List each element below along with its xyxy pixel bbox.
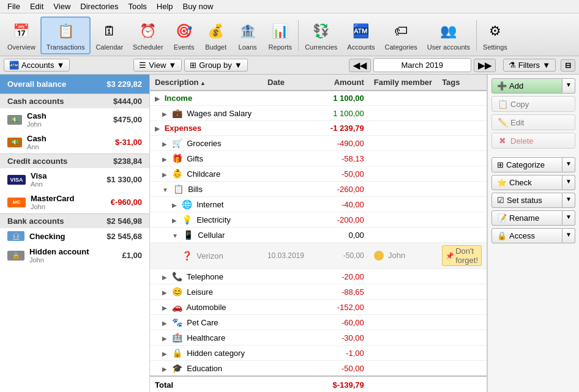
next-month-btn[interactable]: ▶▶ [474,59,496,72]
table-row[interactable]: ▶ 💼 Wages and Salary 1 100,00 [150,106,487,121]
menubar: File Edit View Directories Tools Help Bu… [0,0,579,13]
toolbar-settings[interactable]: ⚙ Settings [478,18,512,53]
accounts-dropdown-label: Accounts [21,61,54,70]
groupby-label: Group by [199,61,231,70]
toolbar-separator2 [476,20,477,51]
panel-toggle-btn[interactable]: ⊟ [561,59,575,72]
menu-view[interactable]: View [48,1,75,12]
separator [491,151,575,155]
accounts-dropdown[interactable]: 🏧 Accounts ▼ [4,59,70,72]
toolbar-events[interactable]: 🎯 Events [168,18,200,53]
edit-button[interactable]: ✏️ Edit [491,114,575,130]
menu-file[interactable]: File [2,1,25,12]
filters-btn[interactable]: ⚗ Filters ▼ [503,59,556,72]
menu-buynow[interactable]: Buy now [178,1,219,12]
col-amount[interactable]: Amount [316,75,369,91]
events-icon: 🎯 [173,20,195,42]
table-row[interactable]: ▶ 👶 Childcare -50,00 [150,166,487,182]
groupby-btn[interactable]: ⊞ Group by ▼ [184,59,247,72]
toolbar-budget[interactable]: 💰 Budget [200,18,232,53]
account-visa-ann[interactable]: VISA Visa Ann $1 330,00 [0,168,149,191]
table-row[interactable]: ▼ 📱 Cellular 0,00 [150,227,487,243]
rename-button[interactable]: 📝 Rename [491,210,562,226]
categorize-button[interactable]: ⊞ Categorize [491,157,562,172]
toolbar-categories[interactable]: 🏷 Categories [380,18,422,53]
overview-icon: 📅 [10,20,32,42]
accounts-dropdown-icon: 🏧 [9,61,19,70]
main-container: Overall balance $3 229,82 Cash accounts … [0,75,579,392]
table-row[interactable]: ▶ 🛒 Groceries -490,00 [150,136,487,151]
table-row[interactable]: ▶ 🎁 Gifts -58,13 [150,151,487,166]
access-arrow-btn[interactable]: ▼ [562,228,575,243]
account-hidden[interactable]: 🔒 Hidden account John £1,00 [0,244,149,267]
toolbar-loans[interactable]: 🏦 Loans [232,18,264,53]
account-cash-john[interactable]: 💵 Cash John $475,00 [0,108,149,131]
overall-balance-row: Overall balance $3 229,82 [0,75,149,94]
toolbar-reports[interactable]: 📊 Reports [264,18,297,53]
col-description[interactable]: Description [150,75,263,91]
check-arrow-btn[interactable]: ▼ [562,175,575,190]
filters-label: Filters [518,61,540,70]
col-date[interactable]: Date [263,75,316,91]
add-btn-group: ➕ Add ▼ [491,78,575,94]
table-row[interactable]: ▶ 🏥 Healthcare -30,00 [150,330,487,346]
categorize-arrow-btn[interactable]: ▼ [562,157,575,172]
toolbar-transactions[interactable]: 📋 Transactions [40,17,91,54]
categorize-icon: ⊞ [497,160,504,169]
add-button[interactable]: ➕ Add [491,78,562,94]
table-row-verizon[interactable]: ❓ Verizon 10.03.2019 -50,00 John 📌 Don't… [150,243,487,269]
toolbar-calendar[interactable]: 🗓 Calendar [91,18,128,53]
expenses-expand[interactable]: ▶ [155,125,160,132]
account-mastercard-john[interactable]: MC MasterCard John €-960,00 [0,191,149,213]
rename-arrow-btn[interactable]: ▼ [562,210,575,226]
toolbar: 📅 Overview 📋 Transactions 🗓 Calendar ⏰ S… [0,13,579,56]
view-btn[interactable]: ☰ View ▼ [133,59,182,72]
table-row[interactable]: ▶ 🔒 Hidden category -1,00 [150,346,487,361]
toolbar-scheduler[interactable]: ⏰ Scheduler [128,18,168,53]
menu-directories[interactable]: Directories [75,1,123,12]
check-button[interactable]: ⭐ Check [491,175,562,190]
setstatus-icon: ☑ [497,196,504,205]
menu-help[interactable]: Help [152,1,178,12]
menu-tools[interactable]: Tools [123,1,151,12]
table-row[interactable]: ▶ 🐾 Pet Care -60,00 [150,315,487,330]
toolbar-user-accounts[interactable]: 👥 User accounts [422,18,475,53]
toolbar-accounts[interactable]: 🏧 Accounts [342,18,379,53]
member-avatar [374,251,384,261]
setstatus-btn-group: ☑ Set status ▼ [491,193,575,208]
cash-john-icon: 💵 [7,115,22,125]
toolbar-overview[interactable]: 📅 Overview [2,18,40,53]
table-row[interactable]: ▼ 📋 Bills -260,00 [150,182,487,197]
setstatus-button[interactable]: ☑ Set status [491,193,562,208]
prev-month-btn[interactable]: ◀◀ [349,59,371,72]
table-row[interactable]: ▶ 💡 Electricity -200,00 [150,212,487,227]
table-header-row: Description Date Amount Family member Ta… [150,75,487,91]
delete-button[interactable]: ✖ Delete [491,133,575,149]
copy-button[interactable]: 📋 Copy [491,96,575,112]
categorize-btn-group: ⊞ Categorize ▼ [491,157,575,172]
visa-icon: VISA [7,175,26,185]
account-cash-ann[interactable]: 💵 Cash Ann $-31,00 [0,131,149,153]
subbar: 🏧 Accounts ▼ ☰ View ▼ ⊞ Group by ▼ ◀◀ Ma… [0,56,579,75]
menu-edit[interactable]: Edit [25,1,48,12]
table-row[interactable]: ▶ 😊 Leisure -88,65 [150,284,487,300]
table-row[interactable]: ▶ 📞 Telephone -20,00 [150,269,487,284]
account-checking[interactable]: 🏦 Checking $2 545,68 [0,228,149,244]
cash-accounts-header: Cash accounts $444,00 [0,94,149,108]
hidden-icon: 🔒 [7,251,24,261]
table-row[interactable]: ▶ 🎓 Education -50,00 [150,361,487,377]
rename-icon: 📝 [497,213,507,223]
col-tags[interactable]: Tags [437,75,487,91]
transactions-table: Description Date Amount Family member Ta… [150,75,487,392]
budget-icon: 💰 [205,20,227,42]
overall-balance-amount: $3 229,82 [106,80,142,89]
table-row[interactable]: ▶ 🌐 Internet -40,00 [150,197,487,212]
bank-accounts-header: Bank accounts $2 546,98 [0,213,149,228]
table-row[interactable]: ▶ 🚗 Automobile -152,00 [150,300,487,315]
income-expand[interactable]: ▶ [155,95,160,102]
setstatus-arrow-btn[interactable]: ▼ [562,193,575,208]
access-button[interactable]: 🔒 Access [491,228,562,243]
add-arrow-btn[interactable]: ▼ [562,78,575,94]
toolbar-currencies[interactable]: 💱 Currencies [300,18,342,53]
col-family[interactable]: Family member [369,75,437,91]
